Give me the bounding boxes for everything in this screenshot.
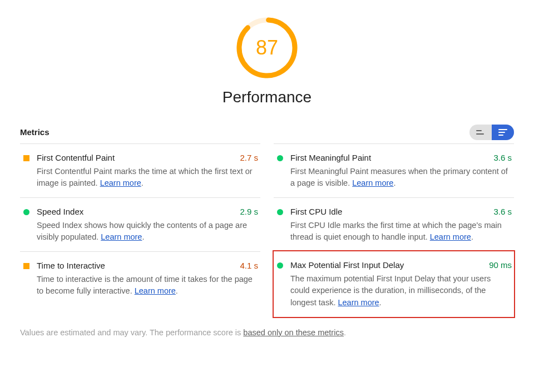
metric-description: Time to interactive is the amount of tim… <box>37 274 258 298</box>
metric-description: First CPU Idle marks the first time at w… <box>290 220 512 244</box>
metric-name: First CPU Idle <box>290 206 342 219</box>
period: . <box>471 232 473 241</box>
metric-description: Speed Index shows how quickly the conten… <box>37 220 258 244</box>
metric-description: First Contentful Paint marks the time at… <box>37 166 258 190</box>
learn-more-link[interactable]: Learn more <box>100 178 141 187</box>
metric-head: Time to Interactive4.1 s <box>37 260 258 272</box>
status-dot-green <box>277 155 283 161</box>
metric-name: Max Potential First Input Delay <box>290 259 404 272</box>
learn-more-link[interactable]: Learn more <box>338 298 379 307</box>
score-value: 87 <box>236 17 298 79</box>
metrics-grid: First Contentful Paint2.7 sFirst Content… <box>20 143 514 317</box>
metric-head: Speed Index2.9 s <box>37 206 258 219</box>
metrics-title: Metrics <box>20 126 50 139</box>
metric-card: Time to Interactive4.1 sTime to interact… <box>20 251 260 317</box>
status-dot-green <box>23 209 29 215</box>
score-label: Performance <box>20 86 514 109</box>
metric-value: 3.6 s <box>493 152 512 165</box>
metric-card: Max Potential First Input Delay90 msThe … <box>273 250 515 318</box>
period: . <box>141 178 144 187</box>
status-square-orange <box>23 263 29 269</box>
status-dot-green <box>277 262 283 269</box>
metric-description: First Meaningful Paint measures when the… <box>290 166 512 190</box>
toggle-expanded-button[interactable] <box>492 125 514 140</box>
learn-more-link[interactable]: Learn more <box>430 232 471 241</box>
learn-more-link[interactable]: Learn more <box>135 286 176 295</box>
score-gauge: 87 <box>236 17 298 79</box>
metric-head: First Meaningful Paint3.6 s <box>290 152 512 165</box>
metric-description: The maximum potential First Input Delay … <box>290 273 512 309</box>
footnote-link[interactable]: based only on these metrics <box>243 328 344 337</box>
compact-view-icon <box>476 129 485 136</box>
metric-head: First Contentful Paint2.7 s <box>37 152 258 165</box>
metric-name: First Contentful Paint <box>37 152 115 165</box>
period: . <box>379 298 382 307</box>
view-toggle <box>469 125 514 140</box>
footnote: Values are estimated and may vary. The p… <box>20 327 514 339</box>
metric-value: 90 ms <box>489 259 512 272</box>
status-square-orange <box>23 155 29 161</box>
metric-name: Time to Interactive <box>37 260 105 272</box>
period: . <box>393 178 395 187</box>
metric-name: First Meaningful Paint <box>290 152 371 165</box>
metric-head: First CPU Idle3.6 s <box>290 206 512 219</box>
metric-card: First Contentful Paint2.7 sFirst Content… <box>20 143 260 197</box>
metrics-header: Metrics <box>20 125 514 140</box>
toggle-compact-button[interactable] <box>469 125 492 140</box>
status-dot-green <box>277 209 283 215</box>
metric-value: 2.9 s <box>240 206 258 219</box>
expanded-view-icon <box>498 128 507 136</box>
metric-description-text: The maximum potential First Input Delay … <box>290 274 491 307</box>
metric-value: 4.1 s <box>240 260 258 272</box>
learn-more-link[interactable]: Learn more <box>352 178 393 187</box>
metric-description-text: First Contentful Paint marks the time at… <box>37 167 253 188</box>
metric-card: First CPU Idle3.6 sFirst CPU Idle marks … <box>274 197 514 251</box>
metric-value: 3.6 s <box>493 206 512 219</box>
metric-card: Speed Index2.9 sSpeed Index shows how qu… <box>20 197 260 251</box>
metric-name: Speed Index <box>37 206 83 219</box>
period: . <box>176 286 178 295</box>
learn-more-link[interactable]: Learn more <box>101 232 142 241</box>
metric-card: First Meaningful Paint3.6 sFirst Meaning… <box>274 143 514 197</box>
score-section: 87 Performance <box>20 17 514 109</box>
metric-description-text: First Meaningful Paint measures when the… <box>290 167 508 188</box>
period: . <box>142 232 144 241</box>
metric-head: Max Potential First Input Delay90 ms <box>290 259 512 272</box>
footnote-text: Values are estimated and may vary. The p… <box>20 328 243 337</box>
metric-value: 2.7 s <box>240 152 258 165</box>
footnote-suffix: . <box>344 328 346 337</box>
